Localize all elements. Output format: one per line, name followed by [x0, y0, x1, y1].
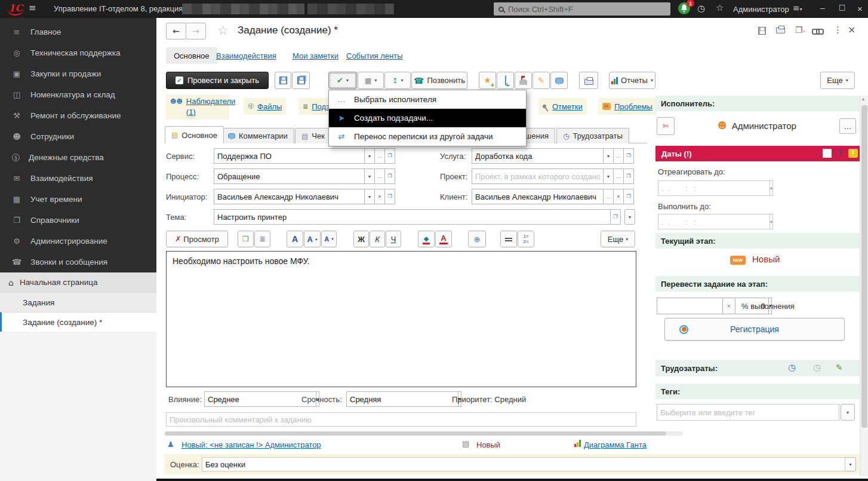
tag-dropdown-button[interactable]: ▾	[841, 404, 855, 421]
bullet-list-button[interactable]	[500, 231, 517, 247]
dates-info-icon[interactable]: i	[848, 149, 858, 158]
client-field[interactable]: …×❐	[472, 189, 634, 204]
open-icon[interactable]: ❐	[385, 189, 395, 204]
paste-text-button[interactable]: ≣	[254, 231, 270, 247]
favorites-star-icon[interactable]: ☆	[716, 4, 724, 13]
menu-item-select-executor[interactable]: …Выбрать исполнителя	[329, 90, 526, 109]
unassign-executor-button[interactable]: ✄	[657, 117, 675, 135]
post-and-close-button[interactable]: ✔Провести и закрыть	[166, 72, 269, 89]
open-icon[interactable]: ❐	[624, 189, 634, 204]
current-user[interactable]: Администратор	[733, 5, 789, 14]
add-favorite-button[interactable]: ★+	[479, 72, 496, 89]
tab-interactions[interactable]: Взаимодействия	[216, 51, 276, 60]
print-icon[interactable]	[776, 27, 785, 33]
font-bigger-button[interactable]: А▴	[304, 231, 321, 247]
open-icon[interactable]: ❐	[611, 209, 621, 225]
back-button[interactable]: ←	[166, 23, 186, 39]
dates-help-icon[interactable]: ?	[838, 148, 842, 157]
reports-button[interactable]: Отчеты▾	[609, 72, 655, 89]
problems-link[interactable]: Проблемы	[598, 98, 657, 115]
clear-icon[interactable]: ×	[375, 189, 385, 204]
save-all-button[interactable]	[292, 72, 310, 89]
sidebar-item-money[interactable]: $Денежные средства	[0, 147, 156, 168]
edit-pencil-icon[interactable]: ✎	[836, 363, 843, 372]
dropdown-icon[interactable]: ▾	[365, 189, 375, 204]
score-input[interactable]	[202, 457, 845, 471]
urgency-select[interactable]: ▾	[346, 391, 433, 407]
text-color-button[interactable]: А	[435, 231, 452, 247]
sidebar-item-purchases[interactable]: ▣Закупки и продажи	[0, 63, 156, 84]
service-field[interactable]: ▾…❐	[214, 148, 395, 164]
register-button[interactable]: Регистрация	[664, 318, 845, 341]
get-link-icon[interactable]	[812, 27, 823, 35]
open-window-tasks[interactable]: Задания	[0, 292, 156, 312]
sidebar-item-calls[interactable]: ☎Звонки и сообщения	[0, 252, 156, 272]
influence-select[interactable]: ▾	[204, 391, 292, 407]
add-comment-button[interactable]: +	[497, 72, 514, 89]
open-icon[interactable]: ❐	[624, 168, 634, 184]
choose-icon[interactable]: …	[604, 189, 614, 204]
files-link[interactable]: ✇Файлы	[244, 98, 286, 115]
open-icon[interactable]: ❐	[624, 148, 634, 164]
maximize-button[interactable]: □	[839, 4, 845, 11]
kebab-menu-icon[interactable]: ⋮	[833, 26, 842, 35]
underline-button[interactable]: Ч	[386, 231, 401, 247]
export-button[interactable]: ↥▾	[384, 72, 411, 89]
messages-button[interactable]	[550, 72, 568, 89]
tab-feed-events[interactable]: События ленты	[346, 51, 403, 60]
react-until-field[interactable]: ▾	[658, 180, 758, 196]
finish-until-field[interactable]: ▾	[658, 214, 758, 229]
favorite-star-icon[interactable]: ☆	[217, 24, 229, 37]
tab-my-notes[interactable]: Мои заметки	[293, 51, 338, 60]
process-field[interactable]: ▾…❐	[214, 168, 395, 184]
mail-notify-button[interactable]	[515, 72, 532, 89]
more-button[interactable]: Еще▾	[820, 72, 855, 89]
print-button[interactable]	[579, 72, 598, 89]
choose-icon[interactable]: …	[614, 148, 624, 164]
sidebar-item-employees[interactable]: ☻Сотрудники	[0, 126, 156, 147]
dropdown-icon[interactable]: ▾	[770, 214, 773, 229]
insert-link-button[interactable]: ⊕	[468, 231, 486, 247]
percent-clear-button[interactable]: ×	[722, 298, 735, 314]
subject-field[interactable]: ❐	[214, 209, 621, 225]
numbered-list-button[interactable]: 1=2=	[518, 231, 534, 247]
editor-more-button[interactable]: Еще▾	[601, 231, 635, 247]
menu-item-create-subtasks[interactable]: ➤Создать подзадачи...	[329, 109, 526, 127]
global-search-input[interactable]: Поиск Ctrl+Shift+F	[494, 2, 670, 16]
inner-tab-main[interactable]: ▤Основное	[165, 126, 224, 143]
sidebar-item-tech-support[interactable]: ◎Техническая поддержка	[0, 42, 156, 63]
clear-icon[interactable]: ×	[614, 189, 624, 204]
choose-icon[interactable]: …	[614, 168, 624, 184]
save-button[interactable]	[275, 72, 291, 89]
score-dropdown-button[interactable]: ▾	[845, 457, 856, 471]
inner-tab-comments[interactable]: Комментарии	[221, 128, 294, 143]
menu-item-transfer-correspondence[interactable]: ⇄Перенос переписки из другой задачи	[329, 127, 526, 146]
fill-color-button[interactable]: ◆	[418, 231, 435, 247]
v-scroll-thumb[interactable]	[861, 105, 867, 428]
h-scroll-thumb[interactable]	[165, 431, 666, 436]
dropdown-icon[interactable]: ▾	[604, 168, 614, 184]
tab-main[interactable]: Основное	[166, 47, 217, 64]
record-state-link[interactable]: Новый: <не записан !> Администратор	[181, 440, 321, 449]
dropdown-icon[interactable]: ▾	[770, 180, 773, 196]
project-field[interactable]: ▾…❐	[472, 168, 634, 184]
save-icon[interactable]	[758, 27, 766, 35]
preview-icon[interactable]: ❐∘	[795, 26, 806, 34]
marks-link[interactable]: Отметки	[538, 98, 587, 115]
highlight-button[interactable]: ✎	[533, 72, 550, 89]
choose-icon[interactable]: …	[375, 168, 385, 184]
italic-button[interactable]: К	[370, 231, 385, 247]
call-button[interactable]: ☎Позвонить	[411, 72, 467, 89]
sidebar-item-catalogs[interactable]: ❐Справочники	[0, 210, 156, 231]
paste-image-button[interactable]: ❐	[238, 231, 254, 247]
executor-actions-button[interactable]: ✔▾	[328, 72, 357, 89]
executor-choose-button[interactable]: …	[839, 118, 856, 134]
font-smaller-button[interactable]: А▾	[321, 231, 337, 247]
sidebar-item-glavnoe[interactable]: ≡Главное	[0, 22, 156, 42]
sidebar-item-time-tracking[interactable]: ▦Учет времени	[0, 189, 156, 210]
choose-icon[interactable]: …	[375, 148, 385, 164]
forward-button[interactable]: →	[186, 23, 206, 39]
sidebar-item-home[interactable]: ⌂Начальная страница	[0, 272, 156, 292]
dropdown-icon[interactable]: ▾	[365, 168, 375, 184]
stopwatch-start-icon[interactable]: ◷	[788, 363, 796, 372]
